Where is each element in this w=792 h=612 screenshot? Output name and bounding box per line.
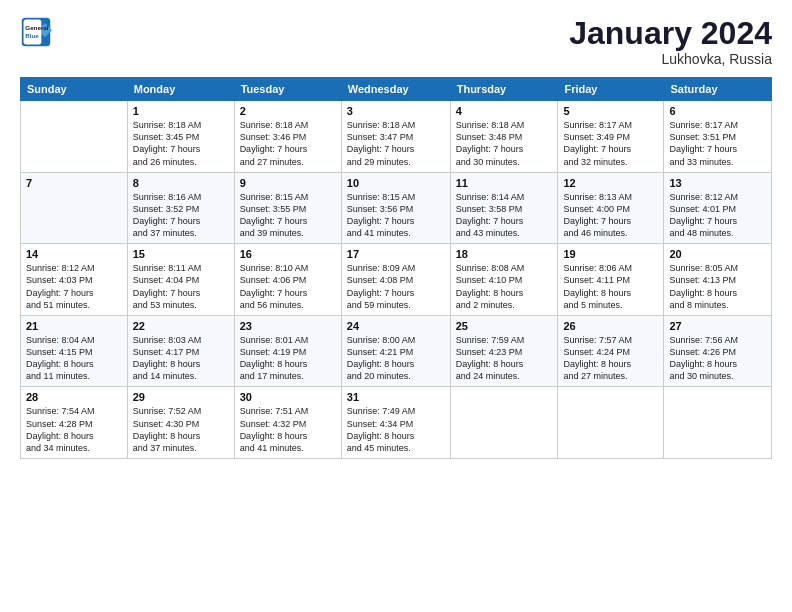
day-info: Sunrise: 8:08 AMSunset: 4:10 PMDaylight:… xyxy=(456,262,553,311)
day-info: Sunrise: 8:01 AMSunset: 4:19 PMDaylight:… xyxy=(240,334,336,383)
day-number: 20 xyxy=(669,248,766,260)
calendar-cell: 24Sunrise: 8:00 AMSunset: 4:21 PMDayligh… xyxy=(341,315,450,387)
calendar-cell: 2Sunrise: 8:18 AMSunset: 3:46 PMDaylight… xyxy=(234,101,341,173)
day-info: Sunrise: 8:09 AMSunset: 4:08 PMDaylight:… xyxy=(347,262,445,311)
calendar-cell: 15Sunrise: 8:11 AMSunset: 4:04 PMDayligh… xyxy=(127,244,234,316)
day-info: Sunrise: 8:17 AMSunset: 3:49 PMDaylight:… xyxy=(563,119,658,168)
day-info: Sunrise: 7:59 AMSunset: 4:23 PMDaylight:… xyxy=(456,334,553,383)
day-info: Sunrise: 8:18 AMSunset: 3:46 PMDaylight:… xyxy=(240,119,336,168)
calendar-cell: 21Sunrise: 8:04 AMSunset: 4:15 PMDayligh… xyxy=(21,315,128,387)
day-info: Sunrise: 8:04 AMSunset: 4:15 PMDaylight:… xyxy=(26,334,122,383)
day-number: 12 xyxy=(563,177,658,189)
logo-icon: General Blue xyxy=(20,16,52,48)
day-number: 18 xyxy=(456,248,553,260)
day-number: 8 xyxy=(133,177,229,189)
page: General Blue January 2024 Lukhovka, Russ… xyxy=(0,0,792,469)
calendar-cell: 20Sunrise: 8:05 AMSunset: 4:13 PMDayligh… xyxy=(664,244,772,316)
calendar-table: SundayMondayTuesdayWednesdayThursdayFrid… xyxy=(20,77,772,459)
calendar-cell xyxy=(21,101,128,173)
weekday-header: Tuesday xyxy=(234,78,341,101)
day-number: 28 xyxy=(26,391,122,403)
day-info: Sunrise: 8:15 AMSunset: 3:56 PMDaylight:… xyxy=(347,191,445,240)
day-info: Sunrise: 8:17 AMSunset: 3:51 PMDaylight:… xyxy=(669,119,766,168)
day-info: Sunrise: 8:00 AMSunset: 4:21 PMDaylight:… xyxy=(347,334,445,383)
day-number: 10 xyxy=(347,177,445,189)
calendar-cell: 9Sunrise: 8:15 AMSunset: 3:55 PMDaylight… xyxy=(234,172,341,244)
day-info: Sunrise: 8:15 AMSunset: 3:55 PMDaylight:… xyxy=(240,191,336,240)
day-info: Sunrise: 8:05 AMSunset: 4:13 PMDaylight:… xyxy=(669,262,766,311)
calendar-cell: 10Sunrise: 8:15 AMSunset: 3:56 PMDayligh… xyxy=(341,172,450,244)
svg-text:Blue: Blue xyxy=(25,32,39,39)
day-info: Sunrise: 8:06 AMSunset: 4:11 PMDaylight:… xyxy=(563,262,658,311)
calendar-cell: 19Sunrise: 8:06 AMSunset: 4:11 PMDayligh… xyxy=(558,244,664,316)
day-number: 4 xyxy=(456,105,553,117)
day-info: Sunrise: 8:18 AMSunset: 3:48 PMDaylight:… xyxy=(456,119,553,168)
calendar-cell xyxy=(558,387,664,459)
day-info: Sunrise: 7:51 AMSunset: 4:32 PMDaylight:… xyxy=(240,405,336,454)
day-number: 30 xyxy=(240,391,336,403)
day-number: 9 xyxy=(240,177,336,189)
calendar-header-row: SundayMondayTuesdayWednesdayThursdayFrid… xyxy=(21,78,772,101)
calendar-cell: 5Sunrise: 8:17 AMSunset: 3:49 PMDaylight… xyxy=(558,101,664,173)
calendar-cell: 16Sunrise: 8:10 AMSunset: 4:06 PMDayligh… xyxy=(234,244,341,316)
calendar-cell: 30Sunrise: 7:51 AMSunset: 4:32 PMDayligh… xyxy=(234,387,341,459)
month-title: January 2024 xyxy=(569,16,772,51)
calendar-cell: 4Sunrise: 8:18 AMSunset: 3:48 PMDaylight… xyxy=(450,101,558,173)
calendar-cell: 3Sunrise: 8:18 AMSunset: 3:47 PMDaylight… xyxy=(341,101,450,173)
logo: General Blue xyxy=(20,16,56,48)
day-number: 29 xyxy=(133,391,229,403)
day-number: 16 xyxy=(240,248,336,260)
day-number: 1 xyxy=(133,105,229,117)
calendar-week-row: 78Sunrise: 8:16 AMSunset: 3:52 PMDayligh… xyxy=(21,172,772,244)
day-info: Sunrise: 8:18 AMSunset: 3:45 PMDaylight:… xyxy=(133,119,229,168)
day-number: 11 xyxy=(456,177,553,189)
calendar-cell: 22Sunrise: 8:03 AMSunset: 4:17 PMDayligh… xyxy=(127,315,234,387)
calendar-cell: 25Sunrise: 7:59 AMSunset: 4:23 PMDayligh… xyxy=(450,315,558,387)
day-info: Sunrise: 7:56 AMSunset: 4:26 PMDaylight:… xyxy=(669,334,766,383)
weekday-header: Friday xyxy=(558,78,664,101)
calendar-cell: 12Sunrise: 8:13 AMSunset: 4:00 PMDayligh… xyxy=(558,172,664,244)
weekday-header: Saturday xyxy=(664,78,772,101)
day-number: 23 xyxy=(240,320,336,332)
day-info: Sunrise: 7:49 AMSunset: 4:34 PMDaylight:… xyxy=(347,405,445,454)
day-number: 26 xyxy=(563,320,658,332)
day-info: Sunrise: 7:54 AMSunset: 4:28 PMDaylight:… xyxy=(26,405,122,454)
day-number: 2 xyxy=(240,105,336,117)
calendar-week-row: 1Sunrise: 8:18 AMSunset: 3:45 PMDaylight… xyxy=(21,101,772,173)
day-info: Sunrise: 8:14 AMSunset: 3:58 PMDaylight:… xyxy=(456,191,553,240)
calendar-week-row: 14Sunrise: 8:12 AMSunset: 4:03 PMDayligh… xyxy=(21,244,772,316)
calendar-cell: 17Sunrise: 8:09 AMSunset: 4:08 PMDayligh… xyxy=(341,244,450,316)
day-info: Sunrise: 8:16 AMSunset: 3:52 PMDaylight:… xyxy=(133,191,229,240)
calendar-cell xyxy=(664,387,772,459)
location: Lukhovka, Russia xyxy=(569,51,772,67)
weekday-header: Thursday xyxy=(450,78,558,101)
day-number: 7 xyxy=(26,177,122,189)
calendar-week-row: 21Sunrise: 8:04 AMSunset: 4:15 PMDayligh… xyxy=(21,315,772,387)
day-number: 14 xyxy=(26,248,122,260)
day-info: Sunrise: 8:12 AMSunset: 4:03 PMDaylight:… xyxy=(26,262,122,311)
day-number: 3 xyxy=(347,105,445,117)
day-number: 31 xyxy=(347,391,445,403)
calendar-cell: 18Sunrise: 8:08 AMSunset: 4:10 PMDayligh… xyxy=(450,244,558,316)
weekday-header: Monday xyxy=(127,78,234,101)
day-number: 5 xyxy=(563,105,658,117)
day-number: 25 xyxy=(456,320,553,332)
day-number: 24 xyxy=(347,320,445,332)
calendar-cell: 1Sunrise: 8:18 AMSunset: 3:45 PMDaylight… xyxy=(127,101,234,173)
day-info: Sunrise: 8:12 AMSunset: 4:01 PMDaylight:… xyxy=(669,191,766,240)
calendar-cell: 7 xyxy=(21,172,128,244)
day-number: 19 xyxy=(563,248,658,260)
calendar-cell: 27Sunrise: 7:56 AMSunset: 4:26 PMDayligh… xyxy=(664,315,772,387)
weekday-header: Wednesday xyxy=(341,78,450,101)
weekday-header: Sunday xyxy=(21,78,128,101)
calendar-cell: 13Sunrise: 8:12 AMSunset: 4:01 PMDayligh… xyxy=(664,172,772,244)
calendar-cell: 6Sunrise: 8:17 AMSunset: 3:51 PMDaylight… xyxy=(664,101,772,173)
svg-text:General: General xyxy=(25,24,48,31)
day-info: Sunrise: 8:11 AMSunset: 4:04 PMDaylight:… xyxy=(133,262,229,311)
day-number: 27 xyxy=(669,320,766,332)
calendar-cell: 14Sunrise: 8:12 AMSunset: 4:03 PMDayligh… xyxy=(21,244,128,316)
calendar-cell xyxy=(450,387,558,459)
calendar-cell: 26Sunrise: 7:57 AMSunset: 4:24 PMDayligh… xyxy=(558,315,664,387)
day-info: Sunrise: 7:52 AMSunset: 4:30 PMDaylight:… xyxy=(133,405,229,454)
calendar-week-row: 28Sunrise: 7:54 AMSunset: 4:28 PMDayligh… xyxy=(21,387,772,459)
